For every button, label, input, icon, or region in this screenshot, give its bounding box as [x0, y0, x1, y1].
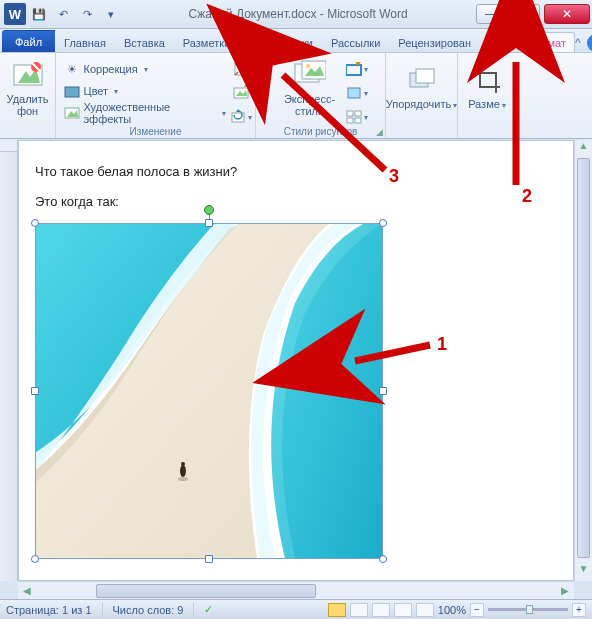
- zoom-track[interactable]: [488, 608, 568, 611]
- annotation-3: 3: [389, 166, 399, 187]
- color-icon: [64, 83, 80, 99]
- reset-picture-button[interactable]: [230, 107, 252, 127]
- group-styles-label: Стили рисунков: [256, 126, 385, 137]
- title-bar: W 💾 ↶ ↷ ▾ Сжатый Документ.docx - Microso…: [0, 0, 592, 29]
- arrange-label: Упорядочить: [386, 98, 457, 112]
- collapse-ribbon-button[interactable]: ^: [575, 36, 581, 50]
- tab-insert[interactable]: Вставка: [115, 32, 174, 52]
- arrange-icon: [406, 64, 438, 96]
- group-change-label: Изменение: [56, 126, 255, 137]
- picture-border-button[interactable]: [346, 59, 368, 79]
- svg-rect-18: [347, 111, 353, 116]
- picture-layout-button[interactable]: [346, 107, 368, 127]
- effects-icon: [64, 105, 80, 121]
- window-title: Сжатый Документ.docx - Microsoft Word: [122, 7, 474, 21]
- ruler-corner: [0, 140, 18, 152]
- remove-bg-label: Удалить фон: [7, 93, 49, 117]
- paragraph-1[interactable]: Что такое белая полоса в жизни?: [35, 163, 557, 181]
- help-button[interactable]: ?: [587, 34, 592, 52]
- scroll-left-button[interactable]: ◀: [18, 585, 36, 596]
- annotation-2: 2: [522, 186, 532, 207]
- svg-rect-19: [355, 111, 361, 116]
- page-indicator[interactable]: Страница: 1 из 1: [6, 604, 92, 616]
- document-content: Что такое белая полоса в жизни? Это когд…: [19, 141, 573, 575]
- zoom-thumb[interactable]: [526, 605, 533, 614]
- svg-rect-21: [355, 118, 361, 123]
- word-count[interactable]: Число слов: 9: [113, 604, 184, 616]
- resize-handle-b[interactable]: [205, 555, 213, 563]
- app-icon[interactable]: W: [4, 3, 26, 25]
- resize-handle-bl[interactable]: [31, 555, 39, 563]
- tab-format[interactable]: Формат: [518, 32, 575, 52]
- redo-button[interactable]: ↷: [76, 3, 98, 25]
- annotation-1: 1: [437, 334, 447, 355]
- size-button[interactable]: Разме: [460, 55, 514, 121]
- resize-handle-br[interactable]: [379, 555, 387, 563]
- zoom-slider[interactable]: − +: [470, 603, 586, 617]
- picture-effects-button[interactable]: [346, 83, 368, 103]
- paragraph-2[interactable]: Это когда так:: [35, 193, 557, 211]
- resize-handle-l[interactable]: [31, 387, 39, 395]
- arrange-button[interactable]: Упорядочить: [388, 55, 456, 121]
- size-label: Разме: [468, 98, 506, 112]
- document-area[interactable]: Что такое белая полоса в жизни? Это когд…: [18, 140, 574, 581]
- quick-access-toolbar: W 💾 ↶ ↷ ▾: [0, 3, 122, 25]
- svg-rect-13: [302, 61, 326, 79]
- corrections-button[interactable]: ☀ Коррекция: [60, 59, 230, 79]
- view-web-button[interactable]: [372, 603, 390, 617]
- tab-layout[interactable]: Разметка стра: [174, 32, 265, 52]
- window-controls: — ☐ ✕: [474, 4, 592, 24]
- resize-handle-r[interactable]: [379, 387, 387, 395]
- view-reading-button[interactable]: [350, 603, 368, 617]
- resize-handle-t[interactable]: [205, 219, 213, 227]
- maximize-button[interactable]: ☐: [510, 4, 540, 24]
- qat-more-button[interactable]: ▾: [100, 3, 122, 25]
- crop-icon: [471, 64, 503, 96]
- change-picture-button[interactable]: [230, 83, 252, 103]
- tab-references[interactable]: Ссылки: [265, 32, 322, 52]
- proofing-icon[interactable]: ✓: [204, 603, 213, 616]
- zoom-out-button[interactable]: −: [470, 603, 484, 617]
- status-bar: Страница: 1 из 1 Число слов: 9 ✓ 100% − …: [0, 599, 592, 619]
- corrections-label: Коррекция: [84, 63, 138, 75]
- dialog-launcher-icon[interactable]: ◢: [376, 127, 383, 137]
- svg-rect-20: [347, 118, 353, 123]
- view-outline-button[interactable]: [394, 603, 412, 617]
- quick-styles-button[interactable]: Экспресс-стили: [274, 55, 346, 121]
- remove-bg-icon: [12, 59, 44, 91]
- tab-home[interactable]: Главная: [55, 32, 115, 52]
- horizontal-scrollbar[interactable]: ◀ ▶: [18, 581, 574, 599]
- ribbon: Удалить фон ☀ Коррекция Цвет Художествен…: [0, 53, 592, 139]
- svg-rect-17: [348, 88, 360, 98]
- selection-frame: [35, 223, 383, 559]
- horizontal-scroll-thumb[interactable]: [96, 584, 316, 598]
- view-print-layout-button[interactable]: [328, 603, 346, 617]
- quick-styles-label: Экспресс-стили: [274, 93, 346, 117]
- vertical-scroll-thumb[interactable]: [577, 158, 590, 558]
- svg-rect-4: [65, 87, 79, 97]
- tab-review[interactable]: Рецензирован: [389, 32, 480, 52]
- color-button[interactable]: Цвет: [60, 81, 230, 101]
- resize-handle-tr[interactable]: [379, 219, 387, 227]
- undo-button[interactable]: ↶: [52, 3, 74, 25]
- scroll-right-button[interactable]: ▶: [556, 585, 574, 596]
- save-button[interactable]: 💾: [28, 3, 50, 25]
- rotate-handle[interactable]: [204, 205, 214, 215]
- compress-pictures-button[interactable]: [230, 59, 252, 79]
- tab-view[interactable]: Вид: [480, 32, 518, 52]
- vertical-scrollbar[interactable]: ▲ ▼: [574, 140, 592, 581]
- minimize-button[interactable]: —: [476, 4, 506, 24]
- remove-background-button[interactable]: Удалить фон: [0, 55, 56, 121]
- ribbon-tabs: Файл Главная Вставка Разметка стра Ссылк…: [0, 29, 592, 53]
- zoom-in-button[interactable]: +: [572, 603, 586, 617]
- svg-point-15: [306, 64, 310, 68]
- tab-mailings[interactable]: Рассылки: [322, 32, 389, 52]
- view-draft-button[interactable]: [416, 603, 434, 617]
- close-button[interactable]: ✕: [544, 4, 590, 24]
- selected-image[interactable]: [35, 223, 383, 559]
- tab-file[interactable]: Файл: [2, 30, 55, 52]
- zoom-level[interactable]: 100%: [438, 604, 466, 616]
- svg-rect-23: [416, 69, 434, 83]
- artistic-effects-button[interactable]: Художественные эффекты: [60, 103, 230, 123]
- vertical-ruler: [0, 152, 18, 581]
